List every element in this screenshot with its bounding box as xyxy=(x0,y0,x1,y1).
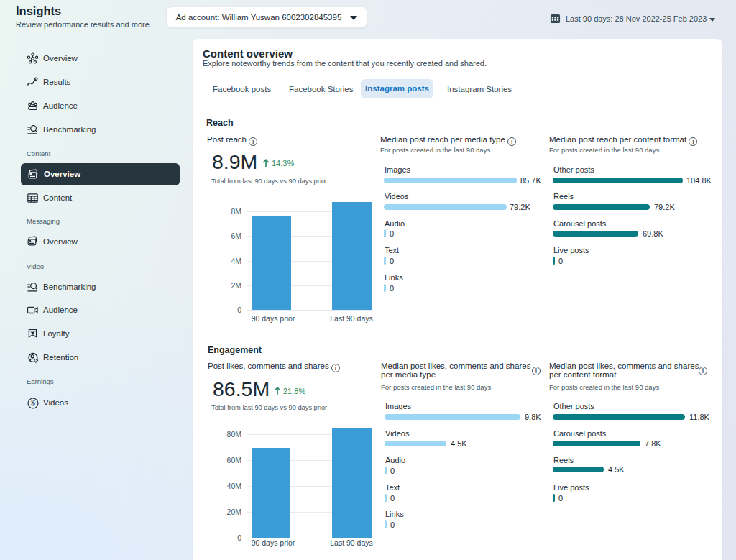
svg-text:$: $ xyxy=(31,399,35,407)
